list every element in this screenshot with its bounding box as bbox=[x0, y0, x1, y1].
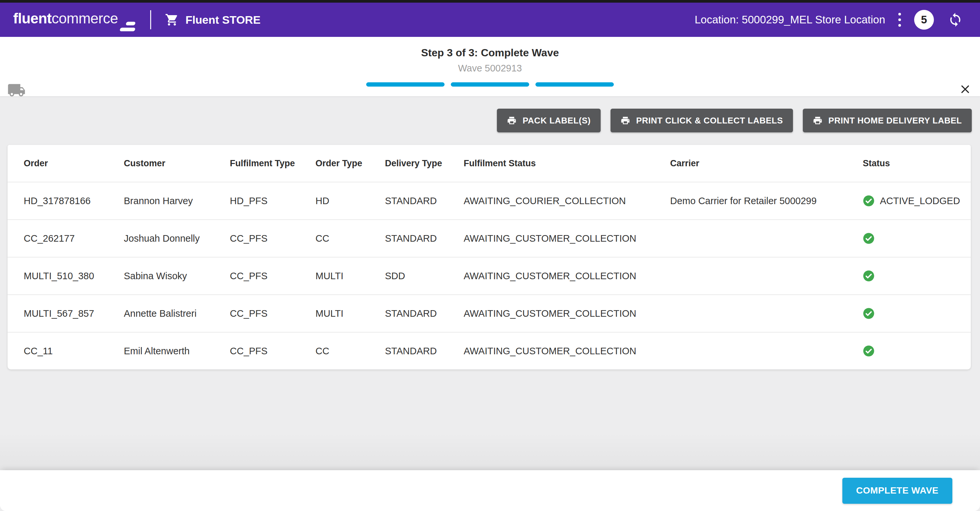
progress-segment-1 bbox=[366, 82, 445, 87]
order-type-cell: CC bbox=[315, 233, 385, 244]
store-nav[interactable]: Fluent STORE bbox=[165, 13, 261, 27]
order-type-cell: MULTI bbox=[315, 271, 385, 282]
column-header-fulfilment-status: Fulfilment Status bbox=[464, 158, 670, 169]
complete-wave-button[interactable]: COMPLETE WAVE bbox=[842, 478, 952, 504]
order-cell: HD_317878166 bbox=[24, 196, 124, 207]
fulfilment-type-cell: CC_PFS bbox=[230, 308, 315, 319]
kebab-menu-icon[interactable] bbox=[896, 11, 903, 29]
column-header-fulfilment-type: Fulfilment Type bbox=[230, 158, 315, 169]
customer-cell: Annette Balistreri bbox=[124, 308, 230, 319]
table-row: HD_317878166 Brannon Harvey HD_PFS HD ST… bbox=[8, 182, 971, 219]
status-cell bbox=[855, 345, 971, 357]
label-toolbar: PACK LABEL(S) PRINT CLICK & COLLECT LABE… bbox=[0, 109, 972, 132]
customer-cell: Joshuah Donnelly bbox=[124, 233, 230, 244]
print-click-collect-labels-button-label: PRINT CLICK & COLLECT LABELS bbox=[636, 116, 783, 126]
step-progress-bar bbox=[366, 82, 614, 87]
step-header: Step 3 of 3: Complete Wave Wave 5002913 bbox=[0, 37, 980, 96]
orders-table: Order Customer Fulfilment Type Order Typ… bbox=[8, 145, 971, 369]
table-row: CC_262177 Joshuah Donnelly CC_PFS CC STA… bbox=[8, 219, 971, 257]
column-header-carrier: Carrier bbox=[670, 158, 855, 169]
status-cell: ACTIVE_LODGED bbox=[855, 195, 971, 207]
app-bar-left: fluentcommerce Fluent STORE bbox=[13, 10, 261, 29]
delivery-type-cell: STANDARD bbox=[385, 196, 464, 207]
app-bar-right: Location: 5000299_MEL Store Location 5 bbox=[695, 10, 963, 30]
customer-cell: Emil Altenwerth bbox=[124, 346, 230, 357]
progress-segment-2 bbox=[451, 82, 529, 87]
order-type-cell: CC bbox=[315, 346, 385, 357]
fluentcommerce-logo: fluentcommerce bbox=[13, 10, 136, 29]
fulfilment-status-cell: AWAITING_CUSTOMER_COLLECTION bbox=[464, 346, 670, 357]
footer-bar: COMPLETE WAVE bbox=[0, 470, 980, 511]
order-cell: MULTI_510_380 bbox=[24, 271, 124, 282]
fulfilment-type-cell: HD_PFS bbox=[230, 196, 315, 207]
customer-cell: Brannon Harvey bbox=[124, 196, 230, 207]
notification-count-badge[interactable]: 5 bbox=[914, 10, 934, 30]
status-cell bbox=[855, 307, 971, 319]
fulfilment-type-cell: CC_PFS bbox=[230, 233, 315, 244]
orders-table-header: Order Customer Fulfilment Type Order Typ… bbox=[8, 145, 971, 182]
cart-icon bbox=[165, 13, 179, 27]
app-bar-divider bbox=[150, 10, 151, 29]
success-check-icon bbox=[863, 195, 875, 207]
fluentcommerce-logo-mark-icon bbox=[119, 22, 137, 31]
order-type-cell: HD bbox=[315, 196, 385, 207]
progress-segment-3 bbox=[535, 82, 614, 87]
status-label: ACTIVE_LODGED bbox=[880, 196, 960, 207]
order-cell: CC_262177 bbox=[24, 233, 124, 244]
success-check-icon bbox=[863, 270, 875, 282]
refresh-icon[interactable] bbox=[948, 12, 963, 27]
fulfilment-status-cell: AWAITING_COURIER_COLLECTION bbox=[464, 196, 670, 207]
delivery-type-cell: STANDARD bbox=[385, 346, 464, 357]
status-cell bbox=[855, 270, 971, 282]
location-label[interactable]: Location: 5000299_MEL Store Location bbox=[695, 13, 885, 26]
app-bar: fluentcommerce Fluent STORE Location: 50… bbox=[0, 3, 980, 37]
wave-wizard-page: fluentcommerce Fluent STORE Location: 50… bbox=[0, 0, 980, 511]
column-header-status: Status bbox=[855, 158, 971, 169]
status-cell bbox=[855, 232, 971, 244]
delivery-type-cell: SDD bbox=[385, 271, 464, 282]
pack-labels-button[interactable]: PACK LABEL(S) bbox=[497, 109, 601, 132]
printer-icon bbox=[507, 116, 517, 126]
close-icon[interactable] bbox=[959, 84, 971, 95]
printer-icon bbox=[813, 116, 822, 126]
print-home-delivery-label-button[interactable]: PRINT HOME DELIVERY LABEL bbox=[803, 109, 972, 132]
table-row: MULTI_567_857 Annette Balistreri CC_PFS … bbox=[8, 295, 971, 332]
carrier-cell: Demo Carrier for Retailer 5000299 bbox=[670, 196, 855, 207]
fulfilment-status-cell: AWAITING_CUSTOMER_COLLECTION bbox=[464, 308, 670, 319]
column-header-order-type: Order Type bbox=[315, 158, 385, 169]
delivery-type-cell: STANDARD bbox=[385, 308, 464, 319]
fulfilment-type-cell: CC_PFS bbox=[230, 346, 315, 357]
table-row: CC_11 Emil Altenwerth CC_PFS CC STANDARD… bbox=[8, 332, 971, 369]
order-cell: MULTI_567_857 bbox=[24, 308, 124, 319]
store-label: Fluent STORE bbox=[185, 13, 261, 26]
success-check-icon bbox=[863, 232, 875, 244]
logo-text-light: commerce bbox=[52, 10, 118, 27]
wave-number: Wave 5002913 bbox=[458, 63, 522, 74]
main-content: PACK LABEL(S) PRINT CLICK & COLLECT LABE… bbox=[0, 96, 980, 470]
table-body: HD_317878166 Brannon Harvey HD_PFS HD ST… bbox=[8, 182, 971, 369]
column-header-order: Order bbox=[24, 158, 124, 169]
window-top-edge bbox=[0, 0, 980, 3]
success-check-icon bbox=[863, 307, 875, 319]
delivery-type-cell: STANDARD bbox=[385, 233, 464, 244]
customer-cell: Sabina Wisoky bbox=[124, 271, 230, 282]
success-check-icon bbox=[863, 345, 875, 357]
printer-icon bbox=[620, 116, 630, 126]
fulfilment-status-cell: AWAITING_CUSTOMER_COLLECTION bbox=[464, 233, 670, 244]
table-row: MULTI_510_380 Sabina Wisoky CC_PFS MULTI… bbox=[8, 257, 971, 295]
step-title: Step 3 of 3: Complete Wave bbox=[421, 47, 559, 59]
column-header-customer: Customer bbox=[124, 158, 230, 169]
pack-labels-button-label: PACK LABEL(S) bbox=[523, 116, 591, 126]
order-cell: CC_11 bbox=[24, 346, 124, 357]
truck-icon bbox=[7, 82, 26, 99]
order-type-cell: MULTI bbox=[315, 308, 385, 319]
fulfilment-type-cell: CC_PFS bbox=[230, 271, 315, 282]
logo-text-bold: fluent bbox=[13, 10, 52, 27]
print-home-delivery-label-button-label: PRINT HOME DELIVERY LABEL bbox=[829, 116, 962, 126]
fulfilment-status-cell: AWAITING_CUSTOMER_COLLECTION bbox=[464, 271, 670, 282]
column-header-delivery-type: Delivery Type bbox=[385, 158, 464, 169]
print-click-collect-labels-button[interactable]: PRINT CLICK & COLLECT LABELS bbox=[611, 109, 793, 132]
